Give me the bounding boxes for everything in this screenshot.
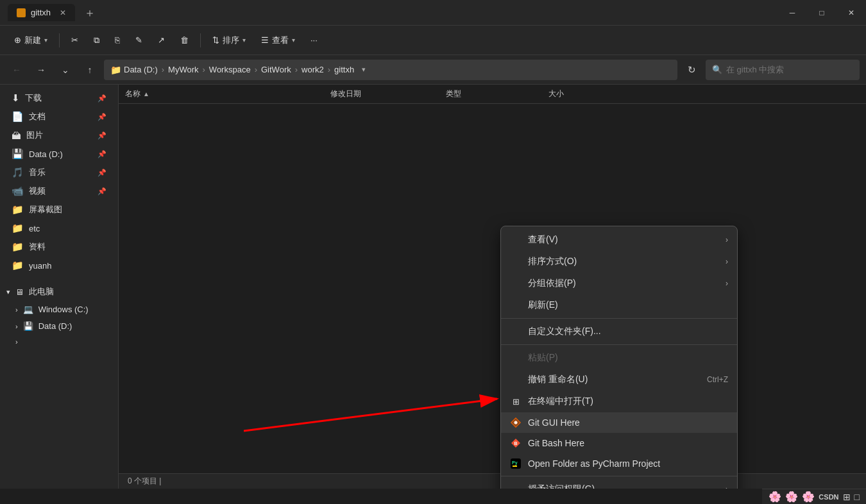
ctx-sep3 xyxy=(501,476,737,476)
sidebar-item-etc[interactable]: 📁 etc xyxy=(3,219,115,237)
view-icon: ☰ xyxy=(261,35,269,45)
ctx-customize[interactable]: 自定义文件夹(F)... xyxy=(501,321,737,342)
col-size-header[interactable]: 大小 xyxy=(548,88,613,99)
ctx-access[interactable]: 授予访问权限(G) › xyxy=(501,478,737,489)
recent-button[interactable]: ⌄ xyxy=(55,60,76,80)
ctx-group[interactable]: 分组依据(P) › xyxy=(501,273,737,294)
sidebar-item-pictures[interactable]: 🏔 图片 📌 xyxy=(3,126,115,144)
new-button[interactable]: ⊕ 新建 ▾ xyxy=(8,31,54,49)
sidebar-item-download[interactable]: ⬇ 下载 📌 xyxy=(3,89,115,107)
cut-button[interactable]: ✂ xyxy=(65,32,85,48)
ctx-sep2 xyxy=(501,344,737,345)
more-button[interactable]: ··· xyxy=(304,32,324,48)
rename-button[interactable]: ✎ xyxy=(129,32,149,48)
col-type-label: 类型 xyxy=(446,89,461,98)
up-button[interactable]: ↑ xyxy=(80,60,100,80)
datad-icon: 💾 xyxy=(12,148,24,160)
taskbar-bottom-right: 🌸 🌸 🌸 CSDN ⊞ □ xyxy=(762,489,866,504)
ctx-group-label: 分组依据(P) xyxy=(528,278,576,289)
ctx-pycharm[interactable]: Py Open Folder as PyCharm Project xyxy=(501,453,737,474)
square-icon: □ xyxy=(854,492,860,502)
view-button[interactable]: ☰ 查看 ▾ xyxy=(255,31,301,49)
ctx-terminal-icon: ⊞ xyxy=(510,397,522,407)
windows-drive-icon: 💻 xyxy=(23,305,33,314)
flower-icon-1: 🌸 xyxy=(768,491,781,503)
ctx-access-label: 授予访问权限(G) xyxy=(528,483,595,489)
sidebar-item-screenshot[interactable]: 📁 屏幕截图 xyxy=(3,201,115,219)
ctx-undo[interactable]: 撤销 重命名(U) Ctrl+Z xyxy=(501,369,737,391)
bc-part5: work2 xyxy=(301,65,324,74)
minimize-button[interactable]: ─ xyxy=(777,0,807,26)
ctx-view[interactable]: 查看(V) › xyxy=(501,229,737,251)
file-list xyxy=(119,104,866,473)
sidebar-item-windows[interactable]: › 💻 Windows (C:) xyxy=(3,301,115,317)
content-area: 名称 ▲ 修改日期 类型 大小 0 个项目 | 查看(V) xyxy=(119,85,866,489)
status-text: 0 个项目 | xyxy=(128,476,161,487)
search-box[interactable]: 🔍 xyxy=(706,60,860,80)
bc-part1: Data (D:) xyxy=(124,65,158,74)
forward-button[interactable]: → xyxy=(31,60,51,80)
ctx-sep1 xyxy=(501,318,737,319)
toolbar-sep-1 xyxy=(59,33,60,47)
sort-arrow: ▾ xyxy=(242,37,246,44)
sort-label: 排序 xyxy=(223,35,239,46)
ctx-undo-shortcut: Ctrl+Z xyxy=(707,375,728,384)
status-bar: 0 个项目 | xyxy=(119,473,866,489)
rename-icon: ✎ xyxy=(135,35,142,45)
more-drives-icon: › xyxy=(15,338,18,346)
ctx-terminal-label: 在终端中打开(T) xyxy=(528,396,593,407)
column-headers: 名称 ▲ 修改日期 类型 大小 xyxy=(119,85,866,104)
sidebar: ⬇ 下载 📌 📄 文档 📌 🏔 图片 📌 💾 Data (D:) 📌 🎵 音乐 … xyxy=(0,85,119,489)
pin-icon-download: 📌 xyxy=(98,94,106,103)
back-button[interactable]: ← xyxy=(6,60,27,80)
sidebar-item-yuanh[interactable]: 📁 yuanh xyxy=(3,256,115,274)
ctx-gitgui[interactable]: Git GUI Here xyxy=(501,412,737,433)
maximize-button[interactable]: □ xyxy=(807,0,836,26)
share-button[interactable]: ↗ xyxy=(151,32,171,48)
search-input[interactable] xyxy=(726,65,853,74)
tab-add-button[interactable]: ＋ xyxy=(79,5,101,21)
col-size-label: 大小 xyxy=(548,89,564,98)
delete-button[interactable]: 🗑 xyxy=(174,32,195,48)
col-type-header[interactable]: 类型 xyxy=(446,88,548,99)
sidebar-item-more-drives[interactable]: › xyxy=(3,335,115,349)
ctx-sort[interactable]: 排序方式(O) › xyxy=(501,251,737,273)
pin-icon-pictures: 📌 xyxy=(98,131,106,140)
sidebar-item-ziliao[interactable]: 📁 资料 xyxy=(3,238,115,256)
col-name-header[interactable]: 名称 ▲ xyxy=(125,88,330,99)
flower-icon-2: 🌸 xyxy=(785,491,798,503)
ctx-refresh-label: 刷新(E) xyxy=(528,299,558,311)
ctx-gitbash[interactable]: B Git Bash Here xyxy=(501,433,737,453)
sidebar-item-music[interactable]: 🎵 音乐 📌 xyxy=(3,164,115,181)
sidebar-item-video[interactable]: 📹 视频 📌 xyxy=(3,182,115,200)
title-bar: gittxh ✕ ＋ ─ □ ✕ xyxy=(0,0,866,26)
close-button[interactable]: ✕ xyxy=(836,0,866,26)
sidebar-item-datadrive[interactable]: › 💾 Data (D:) xyxy=(3,318,115,334)
col-date-header[interactable]: 修改日期 xyxy=(330,88,446,99)
sidebar-label-screenshot: 屏幕截图 xyxy=(29,204,62,215)
sidebar-item-datad[interactable]: 💾 Data (D:) 📌 xyxy=(3,145,115,163)
col-name-label: 名称 xyxy=(125,88,140,99)
ctx-paste: 粘贴(P) xyxy=(501,347,737,369)
sidebar-item-docs[interactable]: 📄 文档 📌 xyxy=(3,108,115,126)
pin-icon-docs: 📌 xyxy=(98,113,106,121)
music-icon: 🎵 xyxy=(12,167,24,178)
ctx-paste-label: 粘贴(P) xyxy=(528,352,558,364)
bc-part3: Workspace xyxy=(209,65,251,74)
computer-section-header[interactable]: ▾ 🖥 此电脑 xyxy=(0,283,118,301)
bc-part2: MyWork xyxy=(168,65,198,74)
tab-close-button[interactable]: ✕ xyxy=(60,8,66,17)
sidebar-label-music: 音乐 xyxy=(29,167,46,178)
paste-button[interactable]: ⎘ xyxy=(108,32,126,48)
ctx-refresh[interactable]: 刷新(E) xyxy=(501,294,737,316)
sort-button[interactable]: ⇅ 排序 ▾ xyxy=(206,31,252,49)
breadcrumb[interactable]: 📁 Data (D:) › MyWork › Workspace › GitWo… xyxy=(104,60,677,80)
folder-icon xyxy=(17,8,26,17)
ctx-terminal[interactable]: ⊞ 在终端中打开(T) xyxy=(501,391,737,412)
folder-small-icon: 📁 xyxy=(110,65,121,75)
refresh-button[interactable]: ↻ xyxy=(681,60,702,80)
data-label: Data (D:) xyxy=(38,321,72,331)
sidebar-label-ziliao: 资料 xyxy=(29,241,46,253)
title-tab[interactable]: gittxh ✕ xyxy=(8,4,75,21)
copy-button[interactable]: ⧉ xyxy=(87,32,106,49)
